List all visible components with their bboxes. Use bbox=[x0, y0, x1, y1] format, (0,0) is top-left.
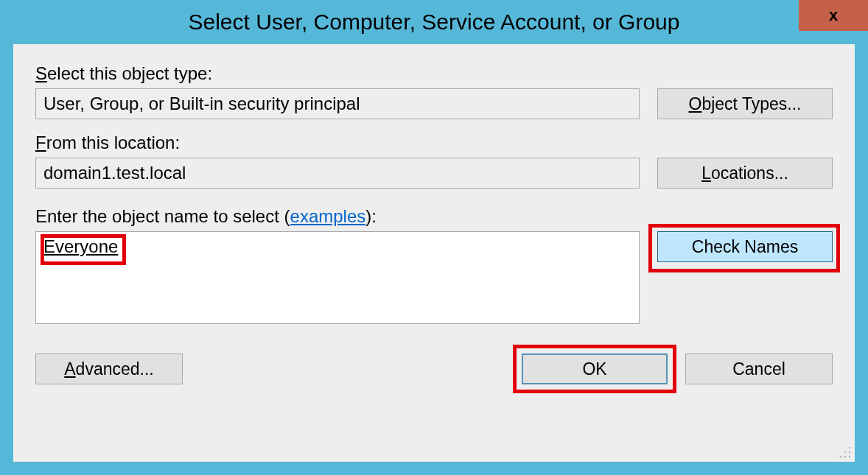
object-name-value: Everyone bbox=[43, 236, 118, 257]
ok-text: OK bbox=[582, 359, 606, 379]
location-label-accel: F bbox=[35, 133, 46, 152]
object-type-label-accel: S bbox=[35, 63, 47, 83]
advanced-button[interactable]: Advanced... bbox=[35, 353, 183, 384]
location-label-text: rom this location: bbox=[46, 133, 180, 152]
resize-grip-icon[interactable] bbox=[839, 446, 852, 459]
object-name-label-text2: ): bbox=[365, 206, 377, 226]
check-names-text: heck Names bbox=[704, 237, 798, 256]
object-types-button[interactable]: Object Types... bbox=[657, 88, 833, 119]
check-names-accel: C bbox=[692, 237, 704, 256]
object-types-button-accel: O bbox=[689, 94, 702, 113]
ok-button[interactable]: OK bbox=[522, 353, 668, 384]
object-name-value-text: Everyone bbox=[43, 236, 118, 256]
object-name-input[interactable]: Everyone bbox=[35, 231, 640, 324]
dialog-window: Select User, Computer, Service Account, … bbox=[0, 0, 868, 475]
locations-button-text: ocations... bbox=[711, 163, 788, 183]
object-name-label-accel: E bbox=[35, 206, 47, 226]
object-type-field: User, Group, or Built-in security princi… bbox=[35, 88, 640, 119]
object-type-value: User, Group, or Built-in security princi… bbox=[43, 94, 360, 114]
cancel-button[interactable]: Cancel bbox=[685, 353, 833, 384]
location-field: domain1.test.local bbox=[35, 158, 640, 189]
titlebar: Select User, Computer, Service Account, … bbox=[0, 0, 868, 44]
object-types-button-text: bject Types... bbox=[701, 94, 801, 113]
object-name-label: Enter the object name to select (example… bbox=[35, 206, 833, 227]
locations-button[interactable]: Locations... bbox=[657, 158, 833, 189]
svg-point-0 bbox=[849, 447, 851, 449]
close-icon: x bbox=[829, 6, 838, 25]
dialog-content: Select this object type: User, Group, or… bbox=[13, 44, 855, 462]
check-names-button[interactable]: Check Names bbox=[657, 231, 833, 262]
close-button[interactable]: x bbox=[799, 0, 868, 31]
button-row: Advanced... OK Cancel bbox=[35, 353, 833, 384]
locations-button-accel: L bbox=[701, 163, 711, 183]
examples-link[interactable]: examples bbox=[290, 206, 366, 226]
location-label: From this location: bbox=[35, 133, 833, 153]
object-type-label-text: elect this object type: bbox=[47, 63, 212, 83]
cancel-text: Cancel bbox=[732, 359, 785, 379]
location-value: domain1.test.local bbox=[43, 163, 186, 183]
svg-point-2 bbox=[849, 451, 851, 454]
window-title: Select User, Computer, Service Account, … bbox=[189, 10, 680, 35]
object-type-label: Select this object type: bbox=[35, 63, 833, 84]
object-name-label-text1: nter the object name to select ( bbox=[47, 206, 290, 226]
advanced-text: dvanced... bbox=[76, 359, 154, 379]
svg-point-3 bbox=[840, 456, 842, 458]
svg-point-5 bbox=[849, 456, 851, 458]
advanced-accel: A bbox=[64, 359, 75, 379]
svg-point-4 bbox=[844, 456, 847, 458]
svg-point-1 bbox=[844, 451, 847, 454]
